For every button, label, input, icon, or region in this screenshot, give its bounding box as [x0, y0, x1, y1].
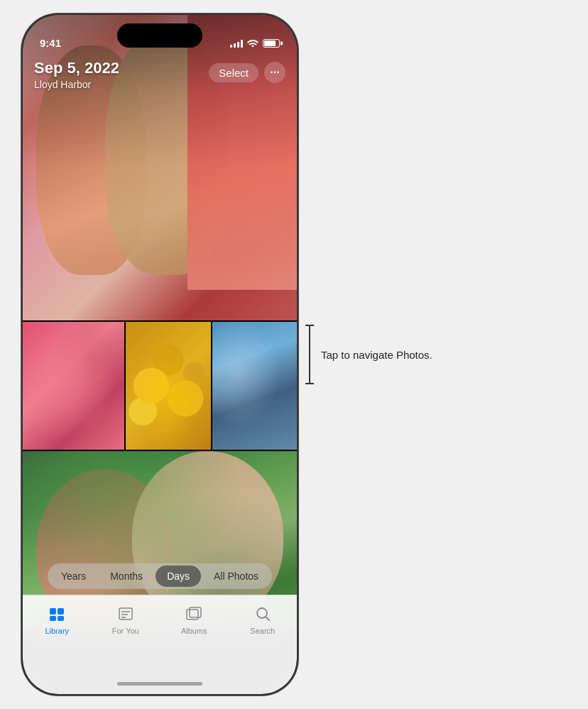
- select-button[interactable]: Select: [209, 63, 258, 82]
- grid-photo-1[interactable]: [23, 322, 124, 450]
- status-time: 9:41: [40, 37, 61, 49]
- grid-photo-3[interactable]: [212, 322, 297, 450]
- header-buttons: Select ···: [209, 62, 285, 83]
- tab-library[interactable]: Library: [36, 604, 78, 635]
- scene: 9:41: [0, 13, 432, 696]
- photo-grid-row: [23, 322, 297, 450]
- svg-rect-8: [187, 610, 198, 619]
- date-location: Sep 5, 2022 Lloyd Harbor: [34, 59, 119, 90]
- more-options-button[interactable]: ···: [264, 62, 285, 83]
- svg-rect-0: [50, 608, 56, 615]
- svg-rect-3: [58, 616, 64, 621]
- home-indicator: [117, 682, 202, 686]
- toggle-all-photos[interactable]: All Photos: [202, 565, 270, 587]
- signal-bars-icon: [230, 39, 243, 48]
- tab-bar: Library For You: [23, 595, 297, 694]
- tab-for-you-label: For You: [112, 627, 139, 635]
- photo-header: Sep 5, 2022 Lloyd Harbor Select ···: [23, 53, 297, 96]
- annotation-bracket: [305, 325, 314, 384]
- photo-location: Lloyd Harbor: [34, 79, 119, 90]
- photos-content: Sep 5, 2022 Lloyd Harbor Select ···: [23, 15, 297, 694]
- tab-albums[interactable]: Albums: [173, 604, 215, 635]
- svg-rect-1: [58, 608, 64, 615]
- battery-fill: [264, 40, 276, 46]
- tab-albums-label: Albums: [181, 627, 207, 635]
- phone-screen: 9:41: [23, 15, 297, 694]
- svg-rect-9: [190, 607, 201, 617]
- tab-search[interactable]: Search: [241, 604, 284, 635]
- toggle-pills-container: Years Months Days All Photos: [48, 563, 272, 589]
- library-icon: [47, 604, 67, 624]
- toggle-months[interactable]: Months: [99, 565, 154, 587]
- svg-rect-2: [50, 616, 56, 621]
- svg-line-11: [266, 617, 269, 621]
- albums-icon: [184, 604, 204, 624]
- view-toggle: Years Months Days All Photos: [23, 563, 297, 589]
- toggle-years[interactable]: Years: [50, 565, 97, 587]
- dynamic-island: [117, 23, 202, 48]
- hero-photo[interactable]: Sep 5, 2022 Lloyd Harbor Select ···: [23, 15, 297, 320]
- toggle-days[interactable]: Days: [156, 565, 201, 587]
- search-icon: [253, 604, 273, 624]
- wifi-icon: [247, 38, 258, 49]
- photo-date: Sep 5, 2022: [34, 59, 119, 77]
- tab-search-label: Search: [250, 627, 275, 635]
- status-icons: [230, 38, 280, 49]
- tab-for-you[interactable]: For You: [104, 604, 147, 635]
- grid-photo-2[interactable]: [126, 322, 210, 450]
- battery-icon: [263, 39, 280, 48]
- tab-library-label: Library: [45, 627, 69, 635]
- annotation: Tap to navigate Photos.: [305, 325, 432, 384]
- phone-frame: 9:41: [21, 13, 298, 696]
- annotation-text: Tap to navigate Photos.: [321, 349, 432, 361]
- for-you-icon: [116, 604, 136, 624]
